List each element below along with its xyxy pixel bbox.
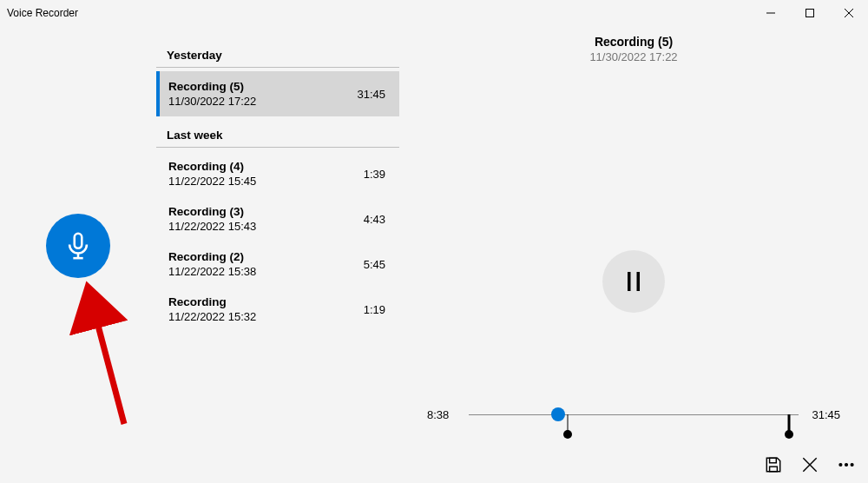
group-header: Yesterday [156, 43, 399, 68]
recording-date: 11/30/2022 17:22 [168, 95, 387, 108]
player-panel: Recording (5) 11/30/2022 17:22 8:38 31:4… [399, 26, 868, 483]
recording-duration: 1:39 [364, 168, 385, 181]
svg-rect-4 [75, 234, 82, 248]
more-button[interactable] [837, 455, 856, 474]
recording-title: Recording [168, 295, 387, 308]
recording-item[interactable]: Recording (4)11/22/2022 15:451:39 [156, 151, 399, 196]
recordings-list: YesterdayRecording (5)11/30/2022 17:2231… [156, 26, 399, 483]
recording-date: 11/22/2022 15:38 [168, 265, 387, 278]
recording-title: Recording (5) [168, 80, 387, 93]
svg-point-16 [851, 463, 853, 466]
recording-date: 11/22/2022 15:32 [168, 310, 387, 323]
svg-point-14 [839, 463, 842, 466]
timeline-thumb[interactable] [551, 407, 565, 421]
time-total: 31:45 [812, 408, 840, 421]
timeline-marker[interactable] [785, 430, 793, 439]
recording-duration: 4:43 [364, 213, 385, 226]
recording-item[interactable]: Recording (5)11/30/2022 17:2231:45 [156, 71, 399, 116]
recording-title: Recording (4) [168, 160, 387, 173]
player-title: Recording (5) [399, 35, 868, 49]
recording-title: Recording (3) [168, 205, 387, 218]
close-icon [800, 455, 819, 474]
window-title: Voice Recorder [7, 7, 78, 19]
recording-item[interactable]: Recording (3)11/22/2022 15:434:43 [156, 196, 399, 242]
recording-duration: 31:45 [357, 88, 385, 101]
recording-date: 11/22/2022 15:45 [168, 175, 387, 188]
timeline-marker[interactable] [563, 430, 572, 439]
svg-point-15 [845, 463, 847, 466]
recording-item[interactable]: Recording11/22/2022 15:321:19 [156, 287, 399, 332]
group-header: Last week [156, 123, 399, 148]
pause-button[interactable] [602, 250, 665, 313]
recording-duration: 5:45 [364, 258, 385, 271]
annotation-arrow [50, 263, 155, 440]
record-button[interactable] [46, 214, 110, 278]
timeline-track[interactable] [469, 414, 799, 415]
recording-title: Recording (2) [168, 250, 387, 263]
recording-date: 11/22/2022 15:43 [168, 220, 387, 233]
time-current: 8:38 [427, 408, 449, 421]
recording-item[interactable]: Recording (2)11/22/2022 15:385:45 [156, 242, 399, 287]
svg-rect-9 [637, 272, 641, 291]
microphone-icon [63, 231, 93, 261]
timeline[interactable]: 8:38 31:45 [427, 394, 840, 433]
svg-rect-10 [770, 458, 777, 463]
delete-button[interactable] [800, 455, 819, 474]
close-button[interactable] [829, 0, 868, 26]
minimize-button[interactable] [751, 0, 790, 26]
svg-rect-8 [628, 272, 631, 291]
ellipsis-icon [837, 455, 856, 474]
player-subtitle: 11/30/2022 17:22 [399, 50, 868, 63]
recording-duration: 1:19 [364, 303, 385, 316]
save-icon [764, 455, 783, 474]
svg-rect-1 [806, 10, 813, 17]
save-button[interactable] [764, 455, 783, 474]
svg-rect-11 [770, 466, 778, 472]
pause-icon [624, 270, 643, 293]
maximize-button[interactable] [790, 0, 829, 26]
